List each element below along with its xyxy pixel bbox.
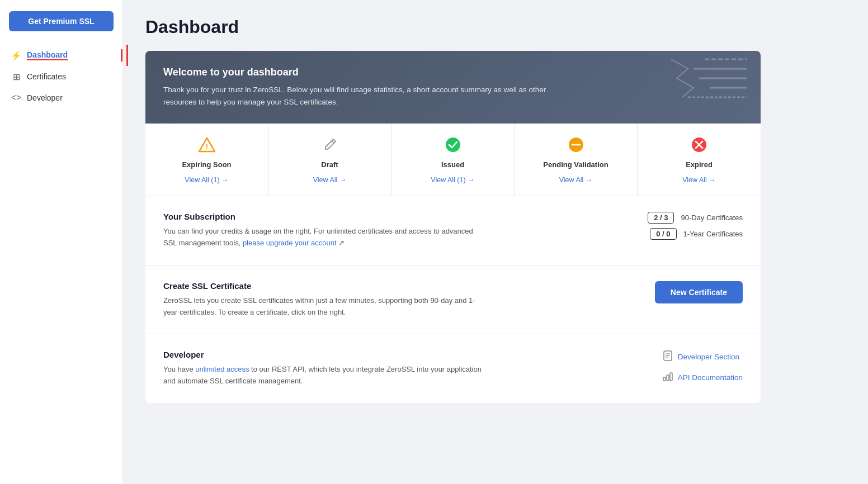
- minus-circle-icon: [566, 135, 586, 155]
- svg-rect-20: [670, 373, 672, 381]
- welcome-heading: Welcome to your dashboard: [163, 67, 743, 78]
- ninety-day-credit-badge: 2 / 3: [648, 212, 674, 224]
- one-year-credit-badge: 0 / 0: [650, 228, 676, 240]
- page-title: Dashboard: [145, 17, 846, 37]
- developer-body: You have unlimited access to our REST AP…: [163, 364, 488, 387]
- grid-icon: ⊞: [11, 72, 21, 82]
- stat-label-expiring-soon: Expiring Soon: [154, 160, 259, 169]
- api-documentation-label: API Documentation: [678, 373, 743, 382]
- link-icon: ↗: [338, 239, 345, 247]
- create-ssl-body: ZeroSSL lets you create SSL certificates…: [163, 295, 488, 319]
- stat-label-pending-validation: Pending Validation: [523, 160, 628, 169]
- stat-card-pending-validation[interactable]: Pending Validation View All →: [515, 124, 638, 196]
- sidebar-top: Get Premium SSL: [0, 11, 122, 42]
- subscription-body: You can find your credits & usage on the…: [163, 226, 488, 249]
- developer-section-link[interactable]: Developer Section: [662, 350, 739, 364]
- create-ssl-text: Create SSL Certificate ZeroSSL lets you …: [163, 281, 488, 319]
- unlimited-access-link[interactable]: unlimited access: [195, 365, 249, 373]
- stat-link-expired[interactable]: View All →: [682, 176, 716, 184]
- sidebar-item-dashboard[interactable]: ⚡ Dashboard: [0, 45, 122, 66]
- sidebar-item-certificates[interactable]: ⊞ Certificates: [0, 66, 122, 87]
- svg-rect-19: [667, 375, 669, 381]
- sidebar-item-label-dashboard: Dashboard: [27, 50, 68, 60]
- stat-link-draft[interactable]: View All →: [313, 176, 347, 184]
- get-premium-button[interactable]: Get Premium SSL: [9, 11, 114, 31]
- stat-link-pending-validation[interactable]: View All →: [559, 176, 593, 184]
- api-docs-icon: [662, 371, 673, 385]
- stat-card-expiring-soon[interactable]: ! Expiring Soon View All (1) →: [145, 124, 268, 196]
- sidebar-item-developer[interactable]: <> Developer: [0, 87, 122, 108]
- stat-card-expired[interactable]: Expired View All →: [638, 124, 761, 196]
- banner-decoration: [660, 56, 749, 120]
- sidebar: Get Premium SSL ⚡ Dashboard ⊞ Certificat…: [0, 0, 123, 484]
- new-certificate-button[interactable]: New Certificate: [655, 281, 743, 303]
- svg-line-7: [332, 141, 334, 143]
- ninety-day-credit-label: 90-Day Certificates: [681, 213, 743, 222]
- lightning-icon: ⚡: [11, 50, 21, 60]
- svg-point-8: [446, 137, 460, 152]
- developer-section-label: Developer Section: [678, 353, 739, 361]
- one-year-credit-label: 1-Year Certificates: [683, 230, 743, 238]
- dashboard-content: Welcome to your dashboard Thank you for …: [145, 51, 761, 403]
- stat-label-expired: Expired: [647, 160, 752, 169]
- check-circle-icon: [443, 135, 463, 155]
- pencil-icon: [320, 135, 340, 155]
- x-circle-icon: [689, 135, 709, 155]
- warning-triangle-icon: !: [197, 135, 217, 155]
- stat-card-draft[interactable]: Draft View All →: [268, 124, 391, 196]
- one-year-credit-row: 0 / 0 1-Year Certificates: [650, 228, 743, 240]
- welcome-body: Thank you for your trust in ZeroSSL. Bel…: [163, 84, 555, 108]
- stat-card-issued[interactable]: Issued View All (1) →: [391, 124, 515, 196]
- subscription-heading: Your Subscription: [163, 212, 488, 221]
- sidebar-nav: ⚡ Dashboard ⊞ Certificates <> Developer: [0, 45, 122, 108]
- code-icon: <>: [11, 93, 21, 103]
- create-ssl-right: New Certificate: [655, 281, 743, 303]
- sidebar-item-label-developer: Developer: [27, 93, 63, 102]
- subscription-text: Your Subscription You can find your cred…: [163, 212, 488, 249]
- upgrade-account-link[interactable]: please upgrade your account: [243, 239, 337, 247]
- svg-text:!: !: [205, 143, 207, 151]
- subscription-credits: 2 / 3 90-Day Certificates 0 / 0 1-Year C…: [648, 212, 743, 240]
- sidebar-item-label-certificates: Certificates: [27, 72, 66, 81]
- stat-link-issued[interactable]: View All (1) →: [431, 176, 474, 184]
- stat-link-expiring-soon[interactable]: View All (1) →: [185, 176, 228, 184]
- developer-text: Developer You have unlimited access to o…: [163, 350, 488, 387]
- developer-section-icon: [662, 350, 673, 364]
- ninety-day-credit-row: 2 / 3 90-Day Certificates: [648, 212, 743, 224]
- developer-links: Developer Section API Documentation: [662, 350, 743, 385]
- api-documentation-link[interactable]: API Documentation: [662, 371, 743, 385]
- subscription-section: Your Subscription You can find your cred…: [145, 196, 761, 265]
- create-ssl-section: Create SSL Certificate ZeroSSL lets you …: [145, 265, 761, 335]
- stat-label-issued: Issued: [400, 160, 505, 169]
- create-ssl-heading: Create SSL Certificate: [163, 281, 488, 291]
- developer-section: Developer You have unlimited access to o…: [145, 334, 761, 403]
- stat-label-draft: Draft: [277, 160, 382, 169]
- stats-grid: ! Expiring Soon View All (1) → Draft Vie…: [145, 124, 761, 196]
- developer-heading: Developer: [163, 350, 488, 359]
- main-content: Dashboard Welcome to your dashboard Than…: [123, 0, 868, 484]
- welcome-banner: Welcome to your dashboard Thank you for …: [145, 51, 761, 124]
- svg-rect-18: [663, 377, 666, 381]
